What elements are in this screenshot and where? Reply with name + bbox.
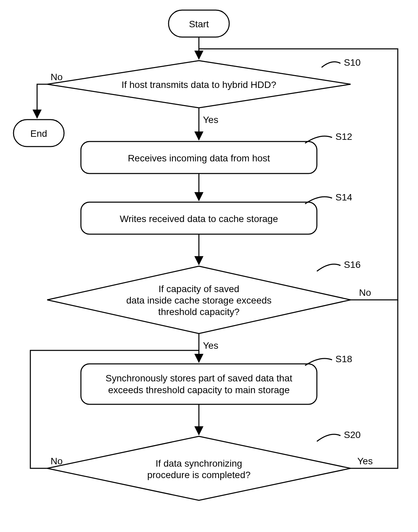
start-label: Start [189, 19, 209, 29]
node-s10: If host transmits data to hybrid HDD? [47, 61, 351, 108]
svg-rect-10 [81, 364, 317, 404]
svg-text:S16: S16 [344, 259, 361, 270]
s18-l2: exceeds threshold capacity to main stora… [108, 385, 290, 395]
edge-s10-no [37, 84, 47, 118]
label-s10-yes: Yes [203, 115, 218, 125]
node-s12: Receives incoming data from host [81, 142, 317, 174]
tag-s16: S16 [317, 259, 361, 271]
node-start: Start [169, 10, 229, 37]
svg-text:S10: S10 [344, 57, 361, 68]
label-s20-no: No [51, 456, 63, 466]
edge-s20-yes [351, 300, 398, 468]
s16-l3: threshold capacity? [158, 307, 239, 317]
s16-l1: If capacity of saved [158, 284, 239, 294]
s20-l1: If data synchronizing [156, 458, 242, 469]
s16-l2: data inside cache storage exceeds [126, 295, 271, 306]
s18-l1: Synchronously stores part of saved data … [106, 373, 292, 383]
node-s20: If data synchronizing procedure is compl… [47, 436, 351, 500]
svg-text:S18: S18 [335, 354, 352, 364]
s10-text: If host transmits data to hybrid HDD? [121, 80, 276, 90]
node-s14: Writes received data to cache storage [81, 202, 317, 234]
tag-s12: S12 [305, 131, 352, 143]
label-s10-no: No [51, 72, 63, 82]
svg-text:S14: S14 [335, 192, 352, 202]
end-label: End [30, 128, 47, 139]
node-s16: If capacity of saved data inside cache s… [47, 266, 351, 334]
tag-s20: S20 [317, 430, 361, 441]
tag-s14: S14 [305, 192, 352, 204]
tag-s10: S10 [322, 57, 361, 68]
tag-s18: S18 [305, 354, 352, 366]
label-s16-no: No [359, 287, 371, 298]
s12-text: Receives incoming data from host [128, 153, 270, 163]
s20-l2: procedure is completed? [147, 470, 251, 480]
label-s20-yes: Yes [357, 456, 373, 466]
flowchart-canvas: Start If host transmits data to hybrid H… [0, 0, 418, 532]
svg-text:S20: S20 [344, 430, 361, 440]
label-s16-yes: Yes [203, 340, 218, 351]
s14-text: Writes received data to cache storage [120, 214, 278, 224]
node-end: End [13, 120, 64, 147]
svg-text:S12: S12 [335, 131, 352, 142]
node-s18: Synchronously stores part of saved data … [81, 364, 317, 404]
